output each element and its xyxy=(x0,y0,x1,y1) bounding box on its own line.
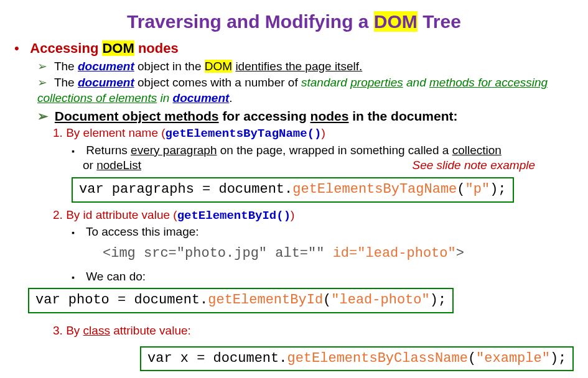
code-example-1: var paragraphs = document.getElementsByT… xyxy=(72,177,514,203)
bullet-object-methods-heading: Document object methods for accessing no… xyxy=(37,108,572,124)
method-3: 3. By class attribute value: xyxy=(53,323,572,339)
slide-title: Traversing and Modifying a DOM Tree xyxy=(16,9,572,34)
method-1: 1. By element name (getElementsByTagName… xyxy=(53,126,572,142)
method-2-detail-b: We can do: xyxy=(72,269,146,285)
bullet-document-page: The document object in the DOM identifie… xyxy=(37,59,572,75)
code-example-3: var x = document.getElementsByClassName(… xyxy=(140,346,574,372)
code-example-2: var photo = document.getElementById("lea… xyxy=(28,288,454,313)
method-1-detail-line2: or nodeList See slide note example xyxy=(83,158,572,173)
slide-note: See slide note example xyxy=(412,158,535,173)
method-2: 2. By id attribute value (getElementById… xyxy=(53,208,572,224)
method-2-detail-a: To access this image: xyxy=(72,224,572,240)
bullet-document-methods: The document object comes with a number … xyxy=(37,75,572,106)
code-example-img: <img src="photo.jpg" alt="" id="lead-pho… xyxy=(103,245,572,263)
section-heading: Accessing DOM nodes xyxy=(16,40,572,58)
method-1-detail: Returns every paragraph on the page, wra… xyxy=(72,143,572,159)
